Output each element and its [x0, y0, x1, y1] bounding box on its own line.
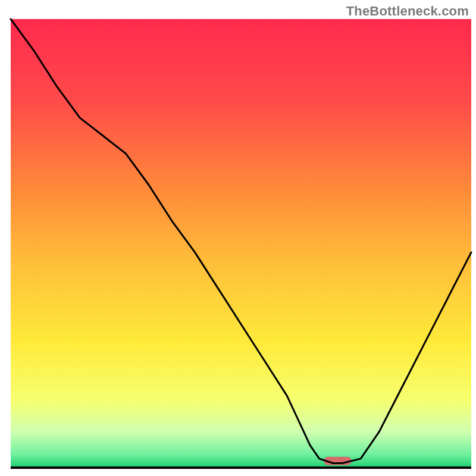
bottleneck-chart: TheBottleneck.com — [0, 0, 476, 476]
attribution-label: TheBottleneck.com — [346, 4, 469, 19]
plot-area — [11, 19, 471, 468]
gradient-background — [11, 19, 471, 468]
chart-svg — [0, 0, 476, 476]
